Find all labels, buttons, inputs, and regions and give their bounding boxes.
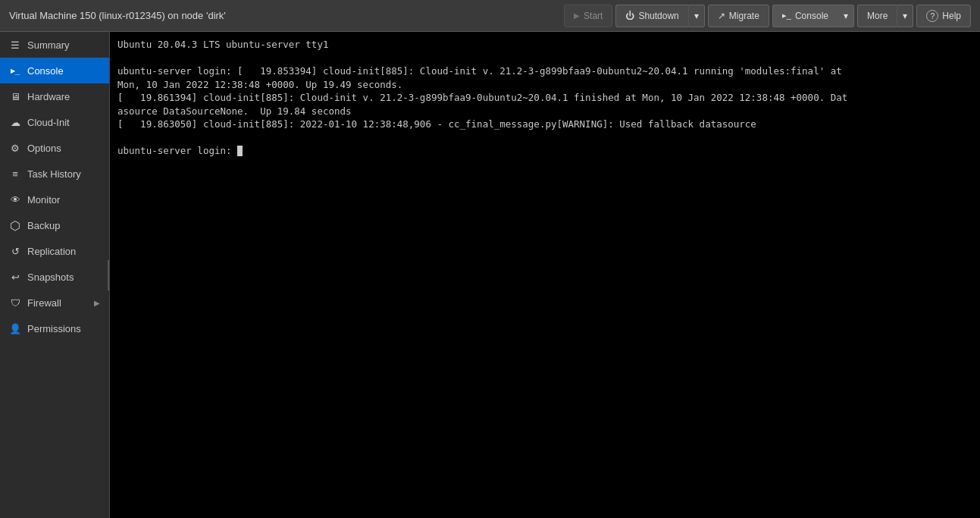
monitor-icon: 👁	[9, 193, 21, 206]
sidebar: ☰ Summary ▸_ Console 🖥 Hardware ☁ Cloud-…	[0, 32, 110, 518]
terminal-text: Ubuntu 20.04.3 LTS ubuntu-server tty1 ub…	[117, 38, 972, 158]
options-icon: ⚙	[9, 142, 21, 154]
sidebar-item-label: Permissions	[27, 323, 100, 334]
shutdown-button-group: ⏻ Shutdown ▾	[615, 5, 704, 27]
header-actions: ▶ Start ⏻ Shutdown ▾ ↗ Migrate ▸_ Consol…	[564, 5, 971, 27]
page-title: Virtual Machine 150 (linux-r012345) on n…	[9, 10, 564, 21]
backup-icon: ⬡	[9, 219, 21, 231]
help-icon: ?	[926, 10, 938, 22]
sidebar-item-label: Replication	[27, 246, 100, 257]
cloud-init-icon: ☁	[9, 116, 21, 128]
sidebar-item-label: Monitor	[27, 194, 100, 206]
console-nav-icon: ▸_	[9, 64, 21, 77]
sidebar-item-options[interactable]: ⚙ Options	[0, 135, 109, 161]
sidebar-item-label: Backup	[27, 220, 100, 231]
start-label: Start	[584, 11, 603, 21]
sidebar-item-label: Snapshots	[27, 272, 100, 283]
sidebar-item-console[interactable]: ▸_ Console	[0, 58, 109, 83]
more-button-group: More ▾	[857, 5, 913, 27]
sidebar-item-backup[interactable]: ⬡ Backup	[0, 212, 109, 238]
shutdown-label: Shutdown	[638, 11, 678, 21]
console-button[interactable]: ▸_ Console	[772, 5, 838, 27]
more-chevron-icon: ▾	[903, 11, 907, 21]
hardware-icon: 🖥	[9, 90, 21, 102]
sidebar-item-label: Hardware	[27, 91, 100, 102]
help-label: Help	[942, 11, 961, 21]
sidebar-item-task-history[interactable]: ≡ Task History	[0, 161, 109, 187]
sidebar-item-label: Firewall	[27, 297, 88, 309]
terminal-output[interactable]: Ubuntu 20.04.3 LTS ubuntu-server tty1 ub…	[110, 32, 980, 518]
shutdown-button[interactable]: ⏻ Shutdown	[615, 5, 687, 27]
console-button-group: ▸_ Console ▾	[772, 5, 854, 27]
replication-icon: ↺	[9, 245, 21, 257]
firewall-expand-icon: ▶	[94, 299, 100, 307]
sidebar-item-monitor[interactable]: 👁 Monitor	[0, 187, 109, 212]
migrate-label: Migrate	[729, 11, 759, 21]
sidebar-item-firewall[interactable]: 🛡 Firewall ▶	[0, 290, 109, 316]
sidebar-item-label: Cloud-Init	[27, 117, 100, 128]
summary-icon: ☰	[9, 39, 21, 51]
shutdown-dropdown-button[interactable]: ▾	[688, 5, 705, 27]
task-history-icon: ≡	[9, 168, 21, 180]
sidebar-item-label: Summary	[27, 39, 100, 51]
more-dropdown-button[interactable]: ▾	[897, 5, 913, 27]
sidebar-item-summary[interactable]: ☰ Summary	[0, 32, 109, 58]
more-label: More	[867, 11, 888, 21]
sidebar-collapse-button[interactable]: ◀	[108, 260, 110, 290]
sidebar-item-label: Task History	[27, 168, 100, 180]
main-layout: ☰ Summary ▸_ Console 🖥 Hardware ☁ Cloud-…	[0, 32, 980, 518]
start-button[interactable]: ▶ Start	[564, 5, 612, 27]
header: Virtual Machine 150 (linux-r012345) on n…	[0, 0, 980, 32]
console-content: Ubuntu 20.04.3 LTS ubuntu-server tty1 ub…	[110, 32, 980, 518]
sidebar-item-replication[interactable]: ↺ Replication	[0, 238, 109, 264]
console-icon: ▸_	[782, 11, 791, 20]
terminal-cursor	[237, 146, 243, 156]
migrate-icon: ↗	[718, 11, 725, 21]
permissions-icon: 👤	[9, 322, 21, 334]
sidebar-item-label: Console	[27, 65, 100, 77]
snapshots-icon: ↩	[9, 271, 21, 283]
shutdown-chevron-icon: ▾	[694, 11, 699, 21]
migrate-button[interactable]: ↗ Migrate	[708, 5, 769, 27]
console-dropdown-button[interactable]: ▾	[838, 5, 854, 27]
sidebar-item-snapshots[interactable]: ↩ Snapshots	[0, 264, 109, 290]
more-button[interactable]: More	[857, 5, 897, 27]
sidebar-item-cloud-init[interactable]: ☁ Cloud-Init	[0, 109, 109, 135]
console-label: Console	[795, 11, 828, 21]
sidebar-item-permissions[interactable]: 👤 Permissions	[0, 316, 109, 341]
sidebar-item-label: Options	[27, 143, 100, 154]
power-icon: ⏻	[625, 11, 634, 21]
play-icon: ▶	[574, 11, 580, 20]
sidebar-item-hardware[interactable]: 🖥 Hardware	[0, 83, 109, 109]
console-chevron-icon: ▾	[844, 11, 848, 21]
help-button[interactable]: ? Help	[916, 5, 971, 27]
firewall-icon: 🛡	[9, 297, 21, 309]
